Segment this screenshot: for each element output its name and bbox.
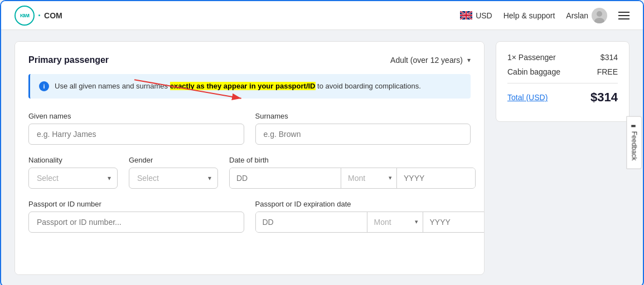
nationality-group: Nationality Select ▾ [28, 156, 118, 189]
hamburger-menu[interactable] [618, 12, 630, 19]
given-names-group: Given names [28, 112, 244, 145]
user-menu[interactable]: Arslan [566, 8, 607, 23]
info-text-highlight: exactly as they appear in your passport/… [170, 82, 316, 90]
dob-year-input[interactable] [397, 168, 476, 188]
gender-label: Gender [129, 156, 218, 164]
logo-icon: KIWI [14, 6, 35, 26]
feedback-icon: ▮ [631, 125, 637, 128]
info-text-after: to avoid boarding complications. [316, 82, 421, 90]
summary-divider [507, 83, 618, 83]
passport-expiry-month-wrapper: Mont ▾ [367, 212, 423, 232]
cabin-summary-row: Cabin baggage FREE [507, 67, 618, 76]
passport-number-input[interactable] [28, 212, 244, 233]
passport-expiry-label: Passport or ID expiration date [255, 200, 485, 208]
surnames-label: Surnames [255, 112, 471, 120]
given-names-label: Given names [28, 112, 244, 120]
help-support-link[interactable]: Help & support [503, 11, 555, 20]
logo: KIWI · COM [14, 6, 62, 26]
cabin-summary-label: Cabin baggage [507, 67, 560, 76]
passenger-summary-row: 1× Passenger $314 [507, 53, 618, 62]
info-box: i Use all given names and surnames exact… [28, 74, 471, 99]
gender-select-wrapper: Select ▾ [129, 168, 218, 189]
passenger-summary-label: 1× Passenger [507, 53, 556, 62]
svg-point-1 [597, 11, 602, 17]
passenger-type-dropdown[interactable]: Adult (over 12 years) ▾ [390, 56, 471, 65]
info-text-before: Use all given names and surnames [55, 82, 170, 90]
avatar [592, 8, 607, 23]
hamburger-line-3 [618, 18, 630, 19]
surnames-input[interactable] [255, 124, 471, 145]
passenger-summary-value: $314 [601, 53, 618, 62]
nationality-label: Nationality [28, 156, 118, 164]
nationality-select[interactable]: Select [28, 168, 118, 189]
dob-day-input[interactable] [230, 168, 341, 188]
passport-number-label: Passport or ID number [28, 200, 244, 208]
passport-number-group: Passport or ID number [28, 200, 244, 233]
currency-selector[interactable]: USD [460, 11, 492, 20]
passport-expiry-group: Passport or ID expiration date Mont ▾ [255, 200, 485, 233]
details-row: Nationality Select ▾ Gender Select [28, 156, 471, 189]
passenger-type-label: Adult (over 12 years) [390, 56, 463, 65]
logo-dot: · [38, 11, 41, 21]
given-names-input[interactable] [28, 124, 244, 145]
total-amount: $314 [590, 90, 618, 105]
name-row: Given names Surnames [28, 112, 471, 145]
dob-group: Mont ▾ [229, 168, 476, 189]
passport-expiry-year-input[interactable] [423, 212, 485, 232]
hamburger-line-2 [618, 15, 630, 16]
logo-com: COM [44, 11, 62, 20]
total-label[interactable]: Total (USD) [507, 93, 548, 102]
header-right: USD Help & support Arslan [460, 8, 630, 23]
dob-label: Date of birth [229, 156, 476, 164]
nationality-select-wrapper: Select ▾ [28, 168, 118, 189]
avatar-icon [592, 8, 607, 23]
main-layout: Primary passenger Adult (over 12 years) … [1, 30, 643, 285]
app-wrapper: KIWI · COM USD Help & support Arslan [0, 0, 644, 285]
left-content: Primary passenger Adult (over 12 years) … [14, 41, 485, 275]
chevron-down-icon: ▾ [467, 56, 471, 64]
surnames-group: Surnames [255, 112, 471, 145]
gender-group: Gender Select ▾ [129, 156, 218, 189]
dob-group-wrapper: Date of birth Mont ▾ [229, 156, 476, 189]
passport-row: Passport or ID number Passport or ID exp… [28, 200, 471, 233]
passport-expiry-day-input[interactable] [256, 212, 367, 232]
feedback-tab[interactable]: ▮ Feedback [627, 116, 642, 169]
user-name-label: Arslan [566, 11, 588, 20]
feedback-label: Feedback [631, 131, 638, 161]
dob-month-wrapper: Mont ▾ [341, 168, 397, 188]
primary-passenger-header: Primary passenger Adult (over 12 years) … [28, 55, 471, 65]
flag-uk-icon [460, 11, 472, 19]
header: KIWI · COM USD Help & support Arslan [1, 1, 643, 30]
info-text: Use all given names and surnames exactly… [55, 81, 421, 92]
cabin-summary-value: FREE [597, 67, 618, 76]
total-summary-row: Total (USD) $314 [507, 90, 618, 105]
svg-point-2 [594, 18, 604, 23]
primary-passenger-title: Primary passenger [28, 55, 109, 65]
hamburger-line-1 [618, 12, 630, 13]
right-sidebar: 1× Passenger $314 Cabin baggage FREE Tot… [496, 41, 630, 122]
gender-select[interactable]: Select [129, 168, 218, 189]
passport-expiry-date-group: Mont ▾ [255, 212, 485, 233]
passport-expiry-month-select[interactable]: Mont [367, 212, 423, 232]
info-icon: i [39, 81, 49, 91]
currency-label: USD [476, 11, 492, 20]
dob-month-select[interactable]: Mont [341, 168, 396, 188]
